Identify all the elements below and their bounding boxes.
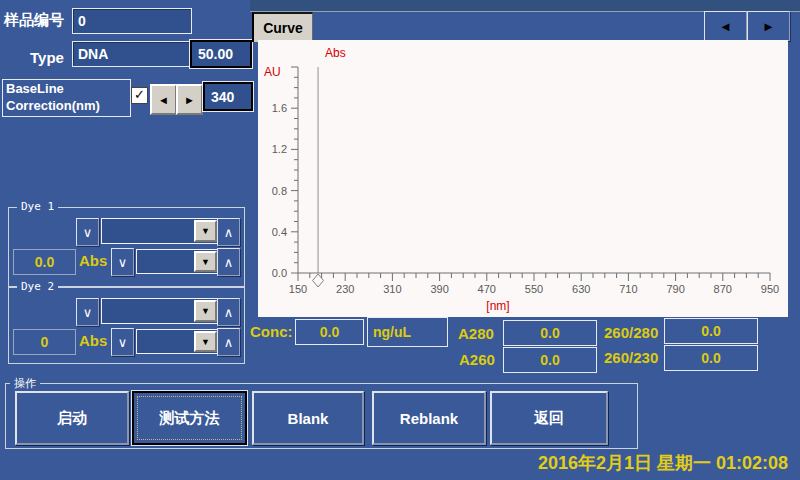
baseline-decrement-button[interactable]: ◄ <box>150 84 177 115</box>
chevron-down-icon: ∨ <box>83 305 93 320</box>
dropdown-arrow-icon[interactable]: ▼ <box>194 300 217 322</box>
dye2-select-down-button[interactable]: ∨ <box>76 298 99 326</box>
ratio-260-280-label: 260/280 <box>604 324 658 341</box>
a280-label: A280 <box>458 325 494 342</box>
blank-button[interactable]: Blank <box>252 391 364 445</box>
chart-panel: 0.00.40.81.21.61502303103904705506307107… <box>258 40 788 317</box>
svg-text:230: 230 <box>336 283 354 295</box>
svg-text:0.0: 0.0 <box>272 267 287 279</box>
check-icon: ✓ <box>134 87 145 102</box>
dye1-abs-value: 0.0 <box>13 249 76 275</box>
sample-number-label: 样品编号 <box>4 11 64 30</box>
tab-curve[interactable]: Curve <box>252 12 313 42</box>
start-button[interactable]: 启动 <box>15 391 129 445</box>
factor-field[interactable]: 50.00 <box>190 40 252 68</box>
a280-value-field: 0.0 <box>503 320 597 346</box>
svg-text:630: 630 <box>572 283 590 295</box>
ratio-260-230-value-field: 0.0 <box>664 345 758 371</box>
svg-text:470: 470 <box>478 283 496 295</box>
return-button[interactable]: 返回 <box>490 391 608 445</box>
svg-text:950: 950 <box>761 283 779 295</box>
svg-text:390: 390 <box>430 283 448 295</box>
svg-text:1.6: 1.6 <box>272 102 287 114</box>
baseline-increment-button[interactable]: ► <box>176 84 203 115</box>
dye1-select-down-button[interactable]: ∨ <box>76 218 99 246</box>
next-page-button[interactable]: ► <box>747 11 790 41</box>
dropdown-arrow-icon[interactable]: ▼ <box>194 251 217 272</box>
svg-text:150: 150 <box>289 283 307 295</box>
right-arrow-icon: ► <box>762 19 775 34</box>
dye1-title: Dye 1 <box>17 200 58 213</box>
svg-text:[nm]: [nm] <box>486 299 509 313</box>
spectrophotometer-screen: 样品编号 0 Type DNA 50.00 BaseLine Correctio… <box>0 0 800 480</box>
type-field[interactable]: DNA <box>72 41 192 67</box>
chevron-up-icon: ∧ <box>224 225 234 240</box>
left-arrow-icon: ◄ <box>158 94 169 106</box>
dye1-mode-down-button[interactable]: ∨ <box>111 248 134 276</box>
svg-text:1.2: 1.2 <box>272 143 287 155</box>
svg-text:710: 710 <box>619 283 637 295</box>
left-arrow-icon: ◄ <box>719 19 732 34</box>
dye1-wavelength-select[interactable]: ▼ <box>101 218 219 244</box>
dye1-abs-label: Abs <box>79 252 107 269</box>
dye1-mode-select[interactable]: ▼ <box>136 249 219 274</box>
conc-value-field: 0.0 <box>295 319 364 345</box>
datetime-label: 2016年2月1日 星期一 01:02:08 <box>420 451 788 475</box>
dye2-mode-select[interactable]: ▼ <box>136 329 219 354</box>
dye1-mode-up-button[interactable]: ∧ <box>217 248 240 276</box>
operations-title: 操作 <box>10 376 40 391</box>
reblank-button[interactable]: Reblank <box>372 391 486 445</box>
chevron-down-icon: ∨ <box>83 225 93 240</box>
dye2-abs-value: 0 <box>13 329 76 355</box>
baseline-correction-label: BaseLine Correction(nm) <box>2 79 131 117</box>
sample-number-field[interactable]: 0 <box>72 8 192 34</box>
dye2-wavelength-select[interactable]: ▼ <box>101 298 219 324</box>
baseline-checkbox[interactable]: ✓ <box>131 87 148 104</box>
chevron-up-icon: ∧ <box>224 255 234 270</box>
chevron-down-icon: ∨ <box>118 255 128 270</box>
svg-text:790: 790 <box>666 283 684 295</box>
ratio-260-230-label: 260/230 <box>604 349 658 366</box>
a260-value-field: 0.0 <box>503 347 597 373</box>
conc-label: Conc: <box>250 323 293 340</box>
chevron-up-icon: ∧ <box>224 335 234 350</box>
a260-label: A260 <box>459 351 495 368</box>
right-arrow-icon: ► <box>184 94 195 106</box>
dye2-mode-down-button[interactable]: ∨ <box>111 328 134 356</box>
svg-text:550: 550 <box>525 283 543 295</box>
dropdown-arrow-icon[interactable]: ▼ <box>194 331 217 352</box>
chevron-down-icon: ∨ <box>118 335 128 350</box>
svg-text:Abs: Abs <box>325 46 346 60</box>
chevron-up-icon: ∧ <box>224 305 234 320</box>
dropdown-arrow-icon[interactable]: ▼ <box>194 220 217 242</box>
spectrum-chart: 0.00.40.81.21.61502303103904705506307107… <box>258 40 788 317</box>
test-method-button[interactable]: 测试方法 <box>132 391 247 445</box>
dye1-select-up-button[interactable]: ∧ <box>217 218 240 246</box>
ratio-260-280-value-field: 0.0 <box>664 318 758 344</box>
prev-page-button[interactable]: ◄ <box>704 11 747 41</box>
svg-text:310: 310 <box>383 283 401 295</box>
svg-text:0.8: 0.8 <box>272 185 287 197</box>
baseline-wavelength-field[interactable]: 340 <box>203 82 253 111</box>
svg-text:0.4: 0.4 <box>272 226 287 238</box>
type-label: Type <box>30 49 64 66</box>
dye2-title: Dye 2 <box>17 280 58 293</box>
dye2-abs-label: Abs <box>79 332 107 349</box>
dye2-mode-up-button[interactable]: ∧ <box>217 328 240 356</box>
dye2-select-up-button[interactable]: ∧ <box>217 298 240 326</box>
svg-text:AU: AU <box>264 65 281 79</box>
svg-text:870: 870 <box>714 283 732 295</box>
conc-unit-box: ng/uL <box>367 317 448 347</box>
